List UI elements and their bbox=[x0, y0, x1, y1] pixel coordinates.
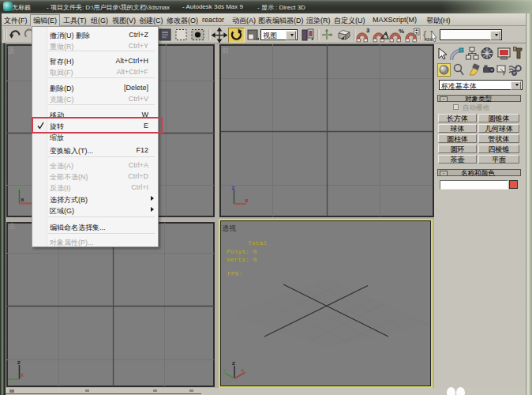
svg-text:y: y bbox=[17, 183, 21, 190]
svg-text:x: x bbox=[21, 371, 24, 378]
svg-text:x: x bbox=[245, 197, 249, 204]
svg-text:Total: Total bbox=[248, 239, 267, 246]
svg-text:x: x bbox=[21, 196, 24, 203]
svg-text:y: y bbox=[223, 367, 227, 374]
svg-text:z: z bbox=[17, 359, 21, 366]
svg-text:x: x bbox=[241, 367, 245, 374]
svg-text:z: z bbox=[232, 359, 236, 367]
svg-text:FPS:: FPS: bbox=[227, 270, 242, 277]
svg-text:Polys: 0: Polys: 0 bbox=[227, 248, 257, 255]
svg-text:z: z bbox=[231, 184, 235, 191]
svg-text:Verts: 0: Verts: 0 bbox=[227, 256, 257, 263]
